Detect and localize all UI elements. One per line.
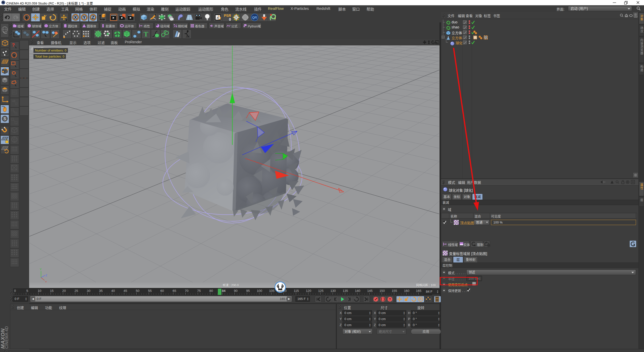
svg-text:S: S [4,117,6,121]
svg-text:X: X [74,15,77,20]
svg-text:T: T [144,30,148,38]
svg-text:QR: QR [252,16,257,19]
svg-text:P: P [420,297,422,301]
svg-text:Z: Z [92,15,94,20]
svg-text:?: ? [12,42,15,48]
svg-text:Y: Y [40,268,42,271]
svg-text:Z: Z [46,274,47,277]
svg-text:?: ? [389,297,391,301]
svg-text:0: 0 [229,17,231,21]
svg-text:.fx: .fx [186,34,190,38]
svg-text:Y: Y [83,15,86,20]
